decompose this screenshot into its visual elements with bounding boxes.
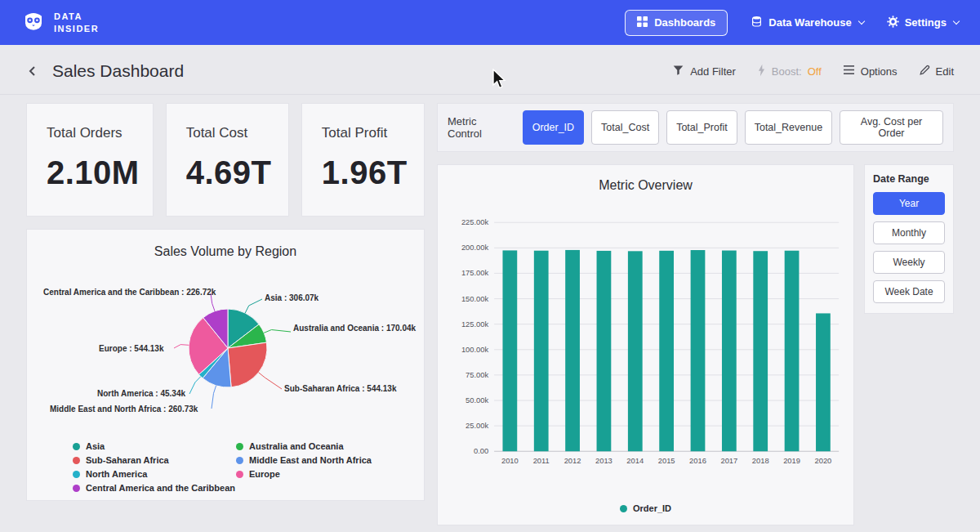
grid-icon bbox=[637, 16, 648, 29]
kpi-row: Total Orders 2.10M Total Cost 4.69T Tota… bbox=[26, 103, 425, 217]
svg-text:2016: 2016 bbox=[689, 457, 706, 465]
metric-button-total-revenue[interactable]: Total_Revenue bbox=[745, 110, 832, 145]
data-warehouse-menu[interactable]: Data Warehouse bbox=[751, 15, 863, 30]
legend-dot bbox=[73, 471, 80, 478]
kpi-label: Total Orders bbox=[47, 125, 140, 141]
pie-slice-sub-saharan-africa bbox=[228, 342, 267, 387]
legend-label: Australia and Oceania bbox=[249, 441, 344, 451]
svg-text:2012: 2012 bbox=[564, 457, 581, 465]
metric-button-order-id[interactable]: Order_ID bbox=[523, 110, 584, 145]
chevron-down-icon bbox=[953, 18, 960, 25]
svg-text:0.00: 0.00 bbox=[474, 447, 488, 455]
options-label: Options bbox=[861, 65, 898, 78]
date-range-panel: Date Range YearMonthlyWeeklyWeek Date bbox=[864, 164, 954, 314]
boost-toggle[interactable]: Boost: Off bbox=[757, 64, 822, 79]
legend-label: Central America and the Caribbean bbox=[86, 483, 235, 493]
pie-chart-area: Asia : 306.07kAustralia and Oceania : 17… bbox=[27, 264, 424, 431]
pie-legend: AsiaAustralia and OceaniaSub-Saharan Afr… bbox=[73, 441, 424, 493]
date-range-button-week-date[interactable]: Week Date bbox=[873, 280, 945, 303]
svg-text:125.00k: 125.00k bbox=[461, 320, 489, 329]
bar-chart-legend[interactable]: Order_ID bbox=[444, 503, 847, 513]
bar-chart-title: Metric Overview bbox=[444, 178, 847, 193]
legend-dot bbox=[236, 471, 243, 478]
bar-chart-svg[interactable]: 0.0025.00k50.00k75.00k100.00k125.00k150.… bbox=[444, 198, 847, 502]
metric-control-bar: Metric Control Order_IDTotal_CostTotal_P… bbox=[437, 103, 954, 152]
boost-value: Off bbox=[808, 65, 822, 78]
legend-label: Europe bbox=[249, 469, 280, 479]
lightning-icon bbox=[757, 64, 766, 79]
svg-text:75.00k: 75.00k bbox=[466, 371, 488, 379]
date-range-title: Date Range bbox=[873, 173, 945, 185]
svg-text:50.00k: 50.00k bbox=[466, 396, 488, 405]
kpi-label: Total Profit bbox=[322, 125, 411, 141]
svg-text:2020: 2020 bbox=[814, 457, 831, 465]
pie-chart-title: Sales Volume by Region bbox=[27, 244, 424, 259]
pie-label-north-america: North America : 45.34k bbox=[97, 389, 185, 398]
funnel-icon bbox=[672, 64, 684, 78]
list-icon bbox=[843, 65, 855, 78]
svg-text:25.00k: 25.00k bbox=[466, 422, 488, 430]
pie-label-europe: Europe : 544.13k bbox=[99, 344, 163, 353]
legend-dot bbox=[620, 505, 627, 512]
boost-label: Boost: bbox=[772, 65, 802, 78]
legend-dot bbox=[73, 457, 80, 464]
pie-chart-card: Sales Volume by Region Asia : 306.07kAus… bbox=[26, 229, 425, 501]
legend-label: North America bbox=[86, 469, 147, 479]
svg-text:150.00k: 150.00k bbox=[461, 295, 489, 303]
bar-chart-card: Metric Overview 0.0025.00k50.00k75.00k10… bbox=[437, 164, 854, 525]
svg-text:2018: 2018 bbox=[752, 457, 769, 465]
metric-button-total-cost[interactable]: Total_Cost bbox=[591, 110, 659, 145]
bar-legend-label: Order_ID bbox=[633, 503, 671, 513]
legend-label: Asia bbox=[86, 441, 105, 451]
svg-text:2010: 2010 bbox=[501, 457, 519, 465]
edit-button[interactable]: Edit bbox=[919, 65, 954, 78]
date-range-button-monthly[interactable]: Monthly bbox=[873, 221, 945, 244]
page-title: Sales Dashboard bbox=[52, 61, 184, 81]
options-button[interactable]: Options bbox=[843, 65, 898, 78]
metric-buttons: Order_IDTotal_CostTotal_ProfitTotal_Reve… bbox=[523, 110, 943, 145]
svg-text:2014: 2014 bbox=[626, 457, 644, 465]
brand-logo[interactable]: DATA INSIDER bbox=[21, 9, 99, 37]
chevron-down-icon bbox=[858, 18, 864, 25]
svg-text:225.00k: 225.00k bbox=[461, 218, 489, 226]
gear-icon bbox=[887, 16, 899, 30]
dashboards-button[interactable]: Dashboards bbox=[625, 10, 728, 36]
svg-text:2013: 2013 bbox=[595, 457, 612, 465]
pie-legend-item-middle-east-and-north-africa[interactable]: Middle East and North Africa bbox=[236, 455, 424, 465]
settings-label: Settings bbox=[905, 16, 947, 29]
pie-legend-item-europe[interactable]: Europe bbox=[236, 469, 424, 479]
brand-text: DATA INSIDER bbox=[54, 11, 99, 35]
add-filter-label: Add Filter bbox=[690, 65, 736, 78]
legend-dot bbox=[236, 443, 243, 450]
date-range-button-weekly[interactable]: Weekly bbox=[873, 251, 945, 274]
pie-legend-item-sub-saharan-africa[interactable]: Sub-Saharan Africa bbox=[73, 455, 236, 465]
kpi-value: 4.69T bbox=[186, 154, 275, 191]
legend-dot bbox=[73, 485, 80, 492]
svg-text:2015: 2015 bbox=[658, 457, 675, 465]
add-filter-button[interactable]: Add Filter bbox=[672, 64, 736, 78]
dashboards-label: Dashboards bbox=[654, 16, 715, 29]
data-warehouse-label: Data Warehouse bbox=[768, 16, 851, 29]
back-button[interactable] bbox=[26, 65, 39, 78]
svg-text:200.00k: 200.00k bbox=[461, 244, 489, 252]
pie-label-central-america-and-the-caribbean: Central America and the Caribbean : 226.… bbox=[43, 288, 216, 297]
owl-logo-icon bbox=[21, 9, 46, 37]
svg-text:175.00k: 175.00k bbox=[461, 269, 489, 277]
settings-menu[interactable]: Settings bbox=[887, 16, 959, 30]
pie-label-australia-and-oceania: Australia and Oceania : 170.04k bbox=[293, 324, 416, 333]
metric-button-avg-cost-per-order[interactable]: Avg. Cost per Order bbox=[840, 110, 943, 145]
pie-legend-item-australia-and-oceania[interactable]: Australia and Oceania bbox=[236, 441, 424, 451]
pie-legend-item-north-america[interactable]: North America bbox=[73, 469, 236, 479]
pie-label-asia: Asia : 306.07k bbox=[265, 293, 318, 302]
kpi-value: 1.96T bbox=[322, 154, 411, 191]
date-range-button-year[interactable]: Year bbox=[873, 192, 945, 215]
pie-legend-item-asia[interactable]: Asia bbox=[73, 441, 236, 451]
legend-dot bbox=[73, 443, 80, 450]
pie-label-middle-east-and-north-africa: Middle East and North Africa : 260.73k bbox=[50, 405, 198, 414]
legend-dot bbox=[236, 457, 243, 464]
metric-button-total-profit[interactable]: Total_Profit bbox=[666, 110, 737, 145]
metric-control-label: Metric Control bbox=[448, 115, 513, 140]
date-range-buttons: YearMonthlyWeeklyWeek Date bbox=[873, 192, 945, 303]
svg-text:100.00k: 100.00k bbox=[461, 346, 489, 354]
pie-legend-item-central-america-and-the-caribbean[interactable]: Central America and the Caribbean bbox=[73, 483, 236, 493]
